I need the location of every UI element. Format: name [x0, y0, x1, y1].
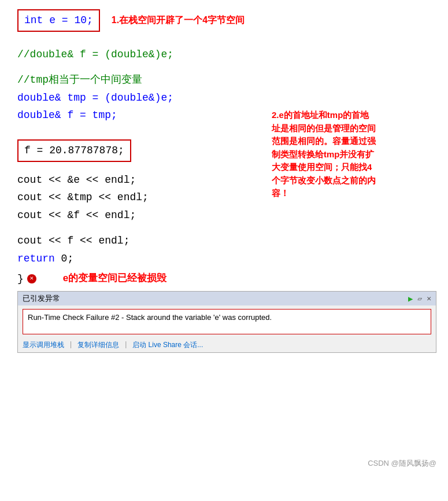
line-6: f = 20.87787878; — [17, 136, 436, 165]
boxed-line-1: int e = 10; — [17, 9, 100, 32]
boxed-line-6: f = 20.87787878; — [17, 139, 131, 162]
line-2: //double& f = (double&)e; — [17, 46, 436, 64]
error-panel-icons: ▶ ▱ ✕ — [408, 294, 431, 304]
footer-link-1[interactable]: 显示调用堆栈 — [23, 340, 64, 350]
error-panel-header: 已引发异常 ▶ ▱ ✕ — [18, 292, 436, 305]
line-9: cout << &f << endl; — [17, 207, 436, 224]
line-7: cout << &e << endl; — [17, 171, 436, 189]
play-icon[interactable]: ▶ — [408, 294, 413, 304]
footer-link-2[interactable]: 复制详细信息 — [77, 340, 119, 350]
cout-tmp: cout << &tmp << endl; — [17, 189, 149, 207]
footer-sep-1: | — [70, 340, 72, 350]
code-f-assign: f = 20.87787878; — [24, 145, 124, 156]
error-panel-title: 已引发异常 — [23, 293, 60, 304]
error-message: Run-Time Check Failure #2 - Stack around… — [28, 313, 272, 322]
kw-double-1: double& tmp = (double&)e; — [17, 89, 173, 107]
line-11: return 0; — [17, 250, 436, 268]
line-1: int e = 10; 1.在栈空间开辟了一个4字节空间 — [17, 6, 436, 35]
annotation-1: 1.在栈空间开辟了一个4字节空间 — [112, 12, 245, 28]
comment-1: //double& f = (double&)e; — [17, 46, 173, 64]
error-panel: 已引发异常 ▶ ▱ ✕ Run-Time Check Failure #2 - … — [17, 291, 436, 353]
closing-brace-row: } ✕ e的变量空间已经被损毁 — [17, 270, 436, 288]
comment-2: //tmp相当于一个中间变量 — [17, 71, 142, 89]
footer-link-3[interactable]: 启动 Live Share 会话... — [132, 340, 203, 350]
error-icon: ✕ — [27, 274, 36, 283]
main-content: int e = 10; 1.在栈空间开辟了一个4字节空间 //double& f… — [0, 0, 448, 469]
line-8: cout << &tmp << endl; — [17, 189, 436, 207]
watermark: CSDN @随风飘扬@ — [368, 458, 436, 469]
cout-f: cout << f << endl; — [17, 232, 129, 250]
close-icon[interactable]: ✕ — [427, 294, 431, 303]
footer-sep-2: | — [125, 340, 127, 350]
kw-int: int e = 10; — [24, 14, 93, 26]
error-panel-body: Run-Time Check Failure #2 - Stack around… — [23, 309, 431, 334]
closing-brace: } — [17, 270, 24, 288]
kw-double-2: double& f = tmp; — [17, 106, 117, 124]
return-val: 0; — [55, 250, 73, 268]
line-10: cout << f << endl; — [17, 232, 436, 250]
window-icon[interactable]: ▱ — [417, 294, 422, 303]
error-panel-footer: 显示调用堆栈 | 复制详细信息 | 启动 Live Share 会话... — [18, 338, 436, 352]
line-4: double& tmp = (double&)e; — [17, 89, 436, 107]
cout-e: cout << &e << endl; — [17, 171, 136, 189]
cout-f-addr: cout << &f << endl; — [17, 207, 136, 224]
kw-return: return — [17, 250, 55, 268]
line-3: //tmp相当于一个中间变量 — [17, 71, 436, 89]
code-block: int e = 10; 1.在栈空间开辟了一个4字节空间 //double& f… — [17, 6, 436, 288]
annotation-bottom: e的变量空间已经被损毁 — [63, 270, 166, 287]
